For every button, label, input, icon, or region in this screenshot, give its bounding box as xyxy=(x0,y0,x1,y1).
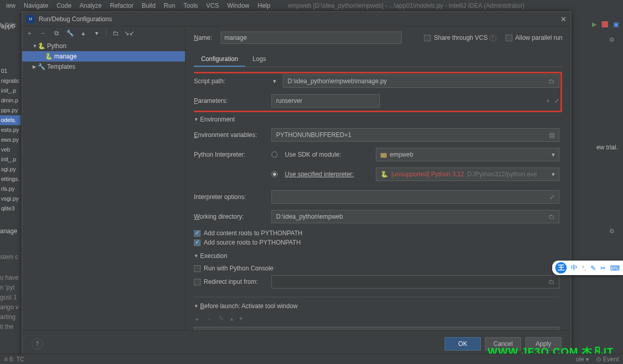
down-button[interactable]: ▾ xyxy=(93,29,101,37)
parameters-input[interactable] xyxy=(271,94,380,108)
gear-icon[interactable]: ⚙ xyxy=(609,228,615,235)
status-console[interactable]: ole ▾ xyxy=(576,356,589,363)
use-sdk-radio[interactable] xyxy=(271,151,278,158)
browse-icon[interactable]: 🗀 xyxy=(549,78,555,85)
menu-vcs[interactable]: VCS xyxy=(202,1,223,10)
proj-file[interactable]: nigratic xyxy=(0,76,21,86)
proj-file[interactable]: pps.py xyxy=(0,105,21,115)
execution-section[interactable]: ▼Execution xyxy=(194,252,559,260)
proj-file[interactable]: ests.py xyxy=(0,125,21,135)
help-icon[interactable]: ? xyxy=(490,35,496,41)
environment-section[interactable]: ▼Environment xyxy=(194,116,559,123)
menu-build[interactable]: Build xyxy=(138,1,160,10)
list-icon[interactable]: ▤ xyxy=(549,131,555,139)
run-console-checkbox[interactable] xyxy=(194,265,201,272)
up-task-button[interactable]: ▴ xyxy=(230,315,233,324)
expand-icon[interactable]: ⤢ xyxy=(554,97,559,104)
redirect-checkbox[interactable]: Redirect input from: xyxy=(194,278,271,285)
allow-parallel-checkbox[interactable]: Allow parallel run xyxy=(506,34,563,41)
proj-file[interactable]: qlite3 xyxy=(0,204,21,214)
status-left[interactable]: ≡ 6: TC xyxy=(4,356,24,363)
menu-window[interactable]: Window xyxy=(223,1,254,10)
chevron-down-icon[interactable]: ▼ xyxy=(33,43,38,49)
tree-node-templates[interactable]: ▶ 🔧 Templates xyxy=(22,62,185,72)
run-icon[interactable]: ▶ xyxy=(592,21,597,28)
edit-task-button[interactable]: ✎ xyxy=(219,315,224,324)
sdk-module-select[interactable]: empweb▾ xyxy=(376,148,559,161)
add-content-label: Add content roots to PYTHONPATH xyxy=(204,230,302,237)
edit-config-button[interactable]: 🔧 xyxy=(66,29,74,37)
menu-navigate[interactable]: Navigate xyxy=(20,1,52,10)
status-event-log[interactable]: ⊙ Event xyxy=(596,356,619,363)
proj-file[interactable]: veb xyxy=(0,145,21,155)
proj-file[interactable]: ews.py xyxy=(0,135,21,145)
proj-file[interactable]: dmin.p xyxy=(0,96,21,105)
config-tree[interactable]: ▼ 🐍 Python 🐍 manage ▶ 🔧 Templates xyxy=(22,40,185,330)
menu-refactor[interactable]: Refactor xyxy=(106,1,138,10)
proj-file[interactable]: 01 xyxy=(0,66,21,76)
share-vcs-checkbox[interactable]: Share through VCS ? xyxy=(424,34,496,41)
run-console-label: Run with Python Console xyxy=(204,265,273,272)
ime-floating-toolbar[interactable]: 王 中 °. ✎ ✂ ⌨ xyxy=(552,261,623,275)
tree-node-manage[interactable]: 🐍 manage xyxy=(22,51,185,62)
expand-button[interactable]: ↘↙ xyxy=(125,29,133,37)
chevron-down-icon[interactable]: ▾ xyxy=(271,78,278,84)
script-path-input[interactable]: 🗀 xyxy=(283,74,559,88)
menu-analyze[interactable]: Analyze xyxy=(75,1,106,10)
ime-item[interactable]: ✂ xyxy=(600,264,606,272)
add-config-button[interactable]: ＋ xyxy=(25,29,34,37)
gear-icon[interactable]: ⚙ xyxy=(609,36,615,43)
menu-view[interactable]: iew xyxy=(2,1,20,10)
redirect-input[interactable]: 🗀 xyxy=(271,275,559,289)
working-dir-input[interactable]: 🗀 xyxy=(271,210,559,223)
ime-item[interactable]: ✎ xyxy=(590,264,596,272)
name-input[interactable] xyxy=(221,32,402,44)
menu-code[interactable]: Code xyxy=(52,1,75,10)
browse-icon[interactable]: 🗀 xyxy=(549,213,555,220)
stop-icon[interactable] xyxy=(602,21,608,27)
tab-configuration[interactable]: Configuration xyxy=(194,52,245,67)
ime-item[interactable]: 中 xyxy=(571,263,578,272)
env-vars-input[interactable]: ▤ xyxy=(271,128,559,142)
down-task-button[interactable]: ▾ xyxy=(239,315,242,324)
remove-config-button[interactable]: － xyxy=(39,29,47,37)
add-source-checkbox[interactable] xyxy=(194,239,201,246)
copy-config-button[interactable]: ⧉ xyxy=(52,29,60,37)
proj-file[interactable]: ettings. xyxy=(0,174,21,184)
menu-help[interactable]: Help xyxy=(253,1,275,10)
menu-tools[interactable]: Tools xyxy=(179,1,202,10)
intellij-icon: IJ xyxy=(26,15,35,23)
interp-opts-input[interactable]: ⤢ xyxy=(271,190,559,204)
layout-icon[interactable]: ▣ xyxy=(613,21,619,28)
tree-node-python[interactable]: ▼ 🐍 Python xyxy=(22,41,185,51)
proj-file-selected[interactable]: odels. xyxy=(0,115,21,125)
ime-item[interactable]: ⌨ xyxy=(610,264,620,272)
help-button[interactable]: ? xyxy=(32,338,43,350)
folder-button[interactable]: 🗀 xyxy=(112,29,120,37)
proj-file[interactable]: rls.py xyxy=(0,184,21,194)
expand-icon[interactable]: ⤢ xyxy=(550,193,555,201)
tab-logs[interactable]: Logs xyxy=(245,52,273,67)
ide-breadcrumb[interactable]: b D:\ic xyxy=(0,22,16,28)
proj-file[interactable]: vsgi.py xyxy=(0,194,21,204)
ok-button[interactable]: OK xyxy=(445,337,481,351)
interpreter-select[interactable]: 🐍 [unsupported] Python 3.12 D:/Python312… xyxy=(376,168,559,181)
run-config-name[interactable]: anage xyxy=(0,228,17,235)
before-launch-section[interactable]: ▼Before launch: Activate tool window xyxy=(194,302,559,310)
proj-file[interactable]: init_.p xyxy=(0,86,21,96)
ime-item[interactable]: °. xyxy=(582,264,586,272)
remove-task-button[interactable]: － xyxy=(206,315,212,324)
menu-run[interactable]: Run xyxy=(160,1,179,10)
before-launch-list[interactable] xyxy=(194,327,559,330)
close-icon[interactable]: ✕ xyxy=(560,15,567,23)
up-button[interactable]: ▴ xyxy=(79,29,87,37)
use-spec-radio[interactable] xyxy=(271,171,278,177)
proj-file[interactable]: init_.p xyxy=(0,155,21,164)
browse-icon[interactable]: 🗀 xyxy=(549,278,555,285)
ime-badge[interactable]: 王 xyxy=(555,262,567,274)
add-task-button[interactable]: ＋ xyxy=(194,315,200,324)
add-content-checkbox[interactable] xyxy=(194,230,201,237)
proj-file[interactable]: sgi.py xyxy=(0,164,21,174)
insert-macro-icon[interactable]: ＋ xyxy=(545,97,551,105)
chevron-right-icon[interactable]: ▶ xyxy=(33,64,38,69)
